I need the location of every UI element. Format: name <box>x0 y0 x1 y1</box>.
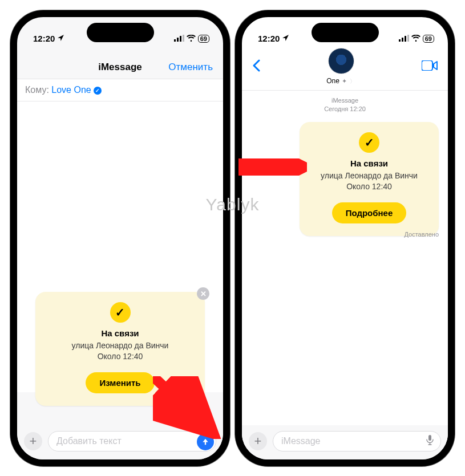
to-contact[interactable]: Love One <box>51 85 91 95</box>
annotation-arrow-right <box>238 158 307 176</box>
contact-header[interactable]: One ✦ 〉 <box>326 48 355 86</box>
compose-body: ✕ ✓ На связи улица Леонардо да Винчи Око… <box>17 101 223 392</box>
annotation-arrow-left <box>153 376 221 439</box>
input-row: + iMessage <box>242 425 448 459</box>
dynamic-island <box>312 23 379 42</box>
svg-rect-2 <box>180 36 181 42</box>
svg-rect-4 <box>399 39 401 42</box>
conversation-header: One ✦ 〉 <box>242 44 448 91</box>
svg-rect-5 <box>402 38 403 42</box>
message-input[interactable]: iMessage <box>273 431 441 451</box>
nav-title: iMessage <box>98 62 142 72</box>
phone-right: 12:20 69 One ✦ <box>235 10 455 466</box>
checkin-title: На связи <box>305 158 433 168</box>
checkin-message-card[interactable]: ✓ На связи улица Леонардо да Винчи Около… <box>300 122 439 236</box>
thread-label: iMessage Сегодня 12:20 <box>242 96 448 114</box>
checkin-details-button[interactable]: Подробнее <box>332 202 407 223</box>
to-label: Кому: <box>25 85 49 95</box>
wifi-icon <box>411 34 420 43</box>
to-field[interactable]: Кому: Love One ✓ <box>17 79 223 101</box>
cancel-button[interactable]: Отменить <box>168 62 213 73</box>
verified-badge-icon: ✓ <box>94 87 102 95</box>
avatar <box>328 48 354 74</box>
checkin-eta: Около 12:40 <box>41 351 199 362</box>
svg-line-10 <box>153 376 207 428</box>
location-arrow-icon <box>282 34 289 43</box>
input-placeholder: Добавить текст <box>56 436 122 446</box>
delivered-label: Доставлено <box>404 231 439 238</box>
battery-icon: 69 <box>198 35 209 43</box>
status-time: 12:20 <box>33 34 55 43</box>
close-icon[interactable]: ✕ <box>197 287 209 300</box>
wifi-icon <box>187 34 196 43</box>
microphone-icon[interactable] <box>426 435 434 447</box>
compose-nav: iMessage Отменить <box>17 44 223 79</box>
dynamic-island <box>87 23 154 42</box>
svg-rect-8 <box>422 60 432 71</box>
plus-button[interactable]: + <box>249 432 267 450</box>
checkin-checkmark-icon: ✓ <box>359 132 379 153</box>
checkin-title: На связи <box>41 328 199 338</box>
input-placeholder: iMessage <box>281 436 320 446</box>
plus-button[interactable]: + <box>24 432 42 450</box>
conversation-body: iMessage Сегодня 12:20 ✓ На связи улица … <box>242 96 448 441</box>
svg-rect-9 <box>428 435 431 441</box>
svg-rect-7 <box>407 35 409 42</box>
location-arrow-icon <box>57 34 64 43</box>
checkin-edit-button[interactable]: Изменить <box>86 372 154 393</box>
svg-rect-6 <box>405 36 406 42</box>
chevron-right-icon: 〉 <box>350 78 355 84</box>
svg-rect-0 <box>174 39 176 42</box>
cellular-icon <box>399 34 409 43</box>
facetime-button[interactable] <box>422 59 440 74</box>
svg-rect-1 <box>177 38 179 42</box>
checkin-eta: Около 12:40 <box>305 181 433 192</box>
svg-rect-3 <box>183 35 184 42</box>
verified-mini-icon: ✦ <box>342 78 347 84</box>
checkin-street: улица Леонардо да Винчи <box>41 340 199 351</box>
checkin-checkmark-icon: ✓ <box>110 302 131 323</box>
contact-name: One <box>326 77 339 85</box>
cellular-icon <box>174 34 184 43</box>
battery-icon: 69 <box>423 35 434 43</box>
back-button[interactable] <box>250 58 260 76</box>
status-time: 12:20 <box>258 34 280 43</box>
checkin-street: улица Леонардо да Винчи <box>305 170 433 181</box>
